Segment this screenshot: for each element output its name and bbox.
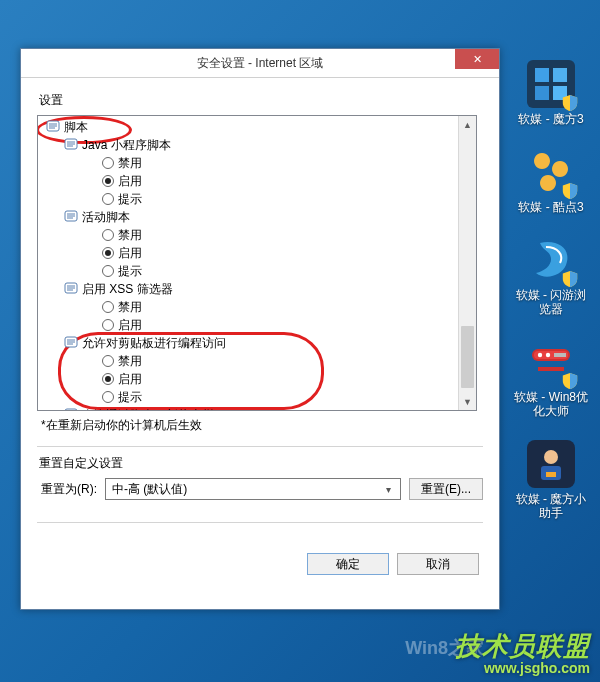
option-label: 禁用: [118, 298, 142, 316]
tree-group: 允许通过脚本更新状态栏: [64, 406, 476, 411]
tree-option[interactable]: 启用: [84, 370, 476, 388]
desktop-icon-label: 软媒 - 酷点3: [511, 200, 591, 214]
desktop-icon-label: 软媒 - 魔方小助手: [511, 492, 591, 520]
tree-option[interactable]: 禁用: [84, 352, 476, 370]
scroll-icon: [64, 407, 78, 411]
watermark-main: 技术员联盟: [455, 629, 590, 664]
tree-option[interactable]: 禁用: [84, 298, 476, 316]
dialog-buttons: 确定 取消: [37, 553, 483, 575]
desktop-icon-label: 软媒 - 闪游浏览器: [511, 288, 591, 316]
scroll-up-button[interactable]: ▲: [459, 116, 476, 133]
tree-label: 允许对剪贴板进行编程访问: [82, 336, 226, 350]
svg-point-7: [546, 353, 550, 357]
scroll-down-button[interactable]: ▼: [459, 393, 476, 410]
desktop-icon-win8opt[interactable]: 软媒 - Win8优化大师: [511, 338, 591, 418]
option-label: 启用: [118, 316, 142, 334]
scroll-icon: [64, 137, 78, 151]
tree-group: 启用 XSS 筛选器: [64, 280, 476, 298]
option-label: 启用: [118, 370, 142, 388]
scroll-icon: [64, 335, 78, 349]
tree-label: 脚本: [64, 120, 88, 134]
dialog-content: 设置 脚本 Java 小程序脚本 禁用 启用: [21, 78, 499, 585]
desktop-icon-shanyou[interactable]: 软媒 - 闪游浏览器: [511, 236, 591, 316]
shield-icon: [561, 270, 579, 288]
button-label: 重置(E)...: [421, 481, 471, 498]
tree-label: Java 小程序脚本: [82, 138, 171, 152]
ok-button[interactable]: 确定: [307, 553, 389, 575]
tree-option[interactable]: 启用: [84, 172, 476, 190]
tree-option[interactable]: 禁用: [84, 226, 476, 244]
tree-group: 允许对剪贴板进行编程访问: [64, 334, 476, 352]
tree-category-scripts: 脚本: [46, 118, 476, 136]
tree-group: 活动脚本: [64, 208, 476, 226]
option-label: 启用: [118, 244, 142, 262]
dialog-title: 安全设置 - Internet 区域: [197, 55, 324, 72]
radio-icon: [102, 391, 114, 403]
desktop-icon-label: 软媒 - 魔方3: [511, 112, 591, 126]
watermark: 技术员联盟 www.jsgho.com: [455, 629, 590, 676]
tree-label: 活动脚本: [82, 210, 130, 224]
settings-listbox[interactable]: 脚本 Java 小程序脚本 禁用 启用 提示 活动脚本 禁用: [37, 115, 477, 411]
radio-icon: [102, 355, 114, 367]
svg-rect-2: [535, 86, 549, 100]
svg-rect-12: [546, 472, 556, 477]
scroll-icon: [46, 119, 60, 133]
reset-row: 重置为(R): 中-高 (默认值) ▾ 重置(E)...: [41, 478, 483, 500]
option-label: 启用: [118, 172, 142, 190]
desktop-icon-kudian3[interactable]: 软媒 - 酷点3: [511, 148, 591, 214]
desktop-icon-mofang3[interactable]: 软媒 - 魔方3: [511, 60, 591, 126]
svg-rect-8: [554, 353, 566, 357]
button-label: 确定: [336, 556, 360, 573]
option-label: 提示: [118, 388, 142, 406]
tree-option[interactable]: 提示: [84, 190, 476, 208]
option-label: 提示: [118, 190, 142, 208]
cancel-button[interactable]: 取消: [397, 553, 479, 575]
scroll-thumb[interactable]: [461, 326, 474, 388]
tree-option[interactable]: 禁用: [84, 154, 476, 172]
tree-group: Java 小程序脚本: [64, 136, 476, 154]
scroll-icon: [64, 281, 78, 295]
radio-icon: [102, 229, 114, 241]
desktop: 软媒 - 魔方3 软媒 - 酷点3 软媒 - 闪游浏览器 软媒 - Win8优化…: [0, 0, 600, 682]
scroll-icon: [64, 209, 78, 223]
settings-label: 设置: [39, 92, 483, 109]
close-icon: ✕: [473, 53, 482, 66]
svg-rect-0: [535, 68, 549, 82]
desktop-icons-column: 软媒 - 魔方3 软媒 - 酷点3 软媒 - 闪游浏览器 软媒 - Win8优化…: [510, 60, 592, 520]
close-button[interactable]: ✕: [455, 49, 499, 69]
radio-icon: [102, 247, 114, 259]
reset-group-label: 重置自定义设置: [39, 455, 483, 472]
radio-icon: [102, 157, 114, 169]
option-label: 禁用: [118, 352, 142, 370]
tree-option[interactable]: 启用: [84, 316, 476, 334]
svg-point-6: [538, 353, 542, 357]
svg-rect-1: [553, 68, 567, 82]
svg-point-10: [544, 450, 558, 464]
radio-icon: [102, 175, 114, 187]
button-label: 取消: [426, 556, 450, 573]
shield-icon: [561, 94, 579, 112]
reset-label: 重置为(R):: [41, 481, 97, 498]
reset-level-combobox[interactable]: 中-高 (默认值) ▾: [105, 478, 401, 500]
tree-option[interactable]: 提示: [84, 262, 476, 280]
radio-icon: [102, 193, 114, 205]
reset-button[interactable]: 重置(E)...: [409, 478, 483, 500]
divider: [37, 446, 483, 447]
option-label: 提示: [118, 262, 142, 280]
desktop-icon-assistant[interactable]: 软媒 - 魔方小助手: [511, 440, 591, 520]
scrollbar[interactable]: ▲ ▼: [458, 116, 476, 410]
svg-rect-9: [538, 367, 564, 371]
option-label: 禁用: [118, 154, 142, 172]
radio-icon: [102, 301, 114, 313]
tree-option[interactable]: 提示: [84, 388, 476, 406]
radio-icon: [102, 319, 114, 331]
combo-value: 中-高 (默认值): [112, 481, 187, 498]
settings-tree: 脚本 Java 小程序脚本 禁用 启用 提示 活动脚本 禁用: [44, 118, 476, 411]
security-settings-dialog: 安全设置 - Internet 区域 ✕ 设置 脚本: [20, 48, 500, 610]
titlebar[interactable]: 安全设置 - Internet 区域 ✕: [21, 49, 499, 78]
tree-option[interactable]: 启用: [84, 244, 476, 262]
shield-icon: [561, 372, 579, 390]
option-label: 禁用: [118, 226, 142, 244]
radio-icon: [102, 265, 114, 277]
desktop-icon-label: 软媒 - Win8优化大师: [511, 390, 591, 418]
